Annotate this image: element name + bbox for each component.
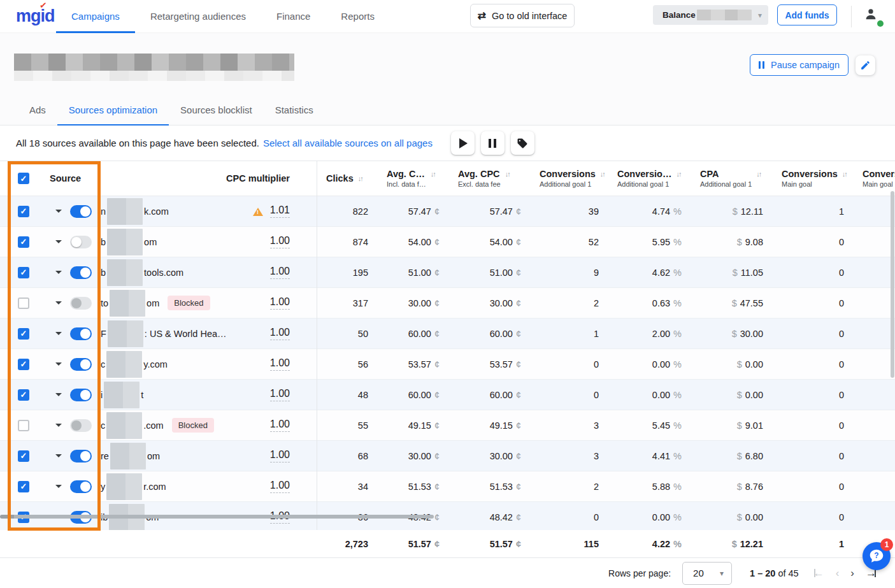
mgid-logo[interactable]: mgi✓d — [16, 6, 55, 26]
cpc-multiplier-cell[interactable]: 1.00 — [253, 257, 317, 288]
row-select-checkbox[interactable]: ✓ — [0, 349, 47, 380]
go-to-old-interface-button[interactable]: ⇄ Go to old interface — [470, 4, 575, 27]
sort-icon[interactable]: ↓↑ — [756, 170, 761, 178]
column-header[interactable]: Avg. C… Incl. data f… ↓↑ — [377, 161, 448, 196]
select-all-checkbox[interactable]: ✓ — [0, 173, 47, 184]
sort-icon[interactable]: ↓↑ — [842, 170, 847, 178]
nav-item-reports[interactable]: Reports — [326, 0, 390, 33]
row-select-checkbox[interactable]: ✓ — [0, 380, 47, 410]
row-expand-caret[interactable] — [47, 471, 70, 502]
column-header[interactable]: Conversions Main goal ↓↑ — [772, 161, 853, 196]
row-expand-caret[interactable] — [47, 257, 70, 288]
sort-icon[interactable]: ↓↑ — [358, 175, 362, 182]
cpc-multiplier-cell[interactable]: 1.00 — [253, 288, 317, 319]
row-expand-caret[interactable] — [47, 196, 70, 227]
source-enable-toggle[interactable] — [70, 441, 99, 471]
column-header[interactable]: Conversio… Additional goal 1 ↓↑ — [608, 161, 691, 196]
select-all-pages-link[interactable]: Select all available sources on all page… — [263, 138, 433, 148]
conversion-rate-cell: 0.00% — [608, 349, 691, 380]
table-row: ✓ F : US & World Hea… Blocked 1.00 50 60… — [0, 319, 895, 349]
conversions-cell: 9 — [530, 257, 608, 288]
cpc-multiplier-cell[interactable]: 1.00 — [253, 471, 317, 502]
cutoff-column-cell — [853, 349, 895, 380]
horizontal-scrollbar[interactable] — [0, 515, 434, 519]
avg-cpc-incl-cell: 60.00¢ — [377, 380, 448, 410]
conversions-cell: 3 — [530, 410, 608, 441]
row-select-checkbox[interactable]: ✓ — [0, 471, 47, 502]
source-enable-toggle[interactable] — [70, 288, 99, 319]
row-select-checkbox[interactable]: ✓ — [0, 288, 47, 319]
edit-campaign-button[interactable] — [856, 55, 875, 75]
sort-icon[interactable]: ↓↑ — [676, 170, 680, 178]
check-icon: ✓ — [20, 238, 27, 246]
bulk-play-button[interactable] — [451, 131, 475, 155]
tab-sources-optimization[interactable]: Sources optimization — [57, 96, 169, 125]
source-enable-toggle[interactable] — [70, 410, 99, 441]
bulk-tag-button[interactable] — [511, 131, 534, 155]
row-select-checkbox[interactable]: ✓ — [0, 441, 47, 471]
row-expand-caret[interactable] — [47, 227, 70, 257]
cpc-multiplier-cell[interactable]: 1.00 — [253, 380, 317, 410]
tab-sources-blocklist[interactable]: Sources blocklist — [169, 96, 264, 125]
first-page-button[interactable]: ← — [814, 568, 824, 578]
source-enable-toggle[interactable] — [70, 471, 99, 502]
play-icon — [459, 138, 468, 148]
rows-per-page-select[interactable]: 20 ▾ — [682, 562, 732, 585]
cpc-multiplier-cell[interactable]: 1.00 — [253, 441, 317, 471]
row-expand-caret[interactable] — [47, 288, 70, 319]
tab-ads[interactable]: Ads — [18, 96, 57, 125]
cpc-multiplier-cell[interactable]: 1.01 — [253, 196, 317, 227]
column-header[interactable]: Clicks ↓↑ — [317, 161, 377, 196]
user-account-icon[interactable] — [864, 7, 878, 21]
support-chat-button[interactable]: ? 1 — [863, 542, 891, 570]
row-expand-caret[interactable] — [47, 410, 70, 441]
row-expand-caret[interactable] — [47, 380, 70, 410]
nav-item-finance[interactable]: Finance — [261, 0, 326, 33]
table-body: ✓ n k.com Blocked 1.01 822 57.47¢ 57.47¢… — [0, 196, 895, 530]
avg-cpc-incl-cell: 51.53¢ — [377, 471, 448, 502]
caret-down-icon — [55, 393, 62, 396]
avg-cpc-excl-cell: 30.00¢ — [448, 288, 530, 319]
cpc-multiplier-cell[interactable]: 1.00 — [253, 227, 317, 257]
nav-item-retargeting-audiences[interactable]: Retargeting audiences — [135, 0, 261, 33]
fixed-column-divider — [317, 161, 317, 558]
cpc-multiplier-cell[interactable]: 1.00 — [253, 319, 317, 349]
add-funds-button[interactable]: Add funds — [777, 4, 837, 25]
row-select-checkbox[interactable]: ✓ — [0, 410, 47, 441]
row-select-checkbox[interactable]: ✓ — [0, 227, 47, 257]
pause-campaign-button[interactable]: Pause campaign — [750, 54, 848, 76]
cpa-cell: $0.00 — [691, 380, 772, 410]
nav-item-campaigns[interactable]: Campaigns — [56, 0, 135, 33]
swap-arrows-icon: ⇄ — [478, 10, 486, 22]
cpa-cell: $12.11 — [691, 196, 772, 227]
sort-icon[interactable]: ↓↑ — [431, 170, 435, 178]
previous-page-button[interactable]: ‹ — [836, 568, 840, 578]
row-expand-caret[interactable] — [47, 441, 70, 471]
sort-icon[interactable]: ↓↑ — [600, 170, 605, 178]
tab-statistics[interactable]: Statistics — [264, 96, 325, 125]
row-expand-caret[interactable] — [47, 319, 70, 349]
cpc-multiplier-cell[interactable]: 1.00 — [253, 410, 317, 441]
vertical-scrollbar[interactable] — [891, 191, 894, 378]
source-enable-toggle[interactable] — [70, 227, 99, 257]
source-enable-toggle[interactable] — [70, 257, 99, 288]
row-select-checkbox[interactable]: ✓ — [0, 319, 47, 349]
balance-dropdown[interactable]: Balance ▾ — [653, 5, 768, 25]
source-enable-toggle[interactable] — [70, 349, 99, 380]
sort-icon[interactable]: ↓↑ — [505, 170, 510, 178]
next-page-button[interactable]: › — [850, 568, 854, 578]
row-select-checkbox[interactable]: ✓ — [0, 257, 47, 288]
source-enable-toggle[interactable] — [70, 196, 99, 227]
column-header[interactable]: Convers Main goal ↓↑ — [853, 161, 895, 196]
source-enable-toggle[interactable] — [70, 319, 99, 349]
campaign-title-redacted — [14, 54, 294, 71]
cpc-multiplier-cell[interactable]: 1.00 — [253, 349, 317, 380]
row-expand-caret[interactable] — [47, 349, 70, 380]
source-enable-toggle[interactable] — [70, 380, 99, 410]
column-header[interactable]: CPA Additional goal 1 ↓↑ — [691, 161, 772, 196]
totals-conversions-main: 1 — [772, 529, 853, 559]
row-select-checkbox[interactable]: ✓ — [0, 196, 47, 227]
column-header[interactable]: Avg. CPC Excl. data fee ↓↑ — [448, 161, 530, 196]
bulk-pause-button[interactable] — [481, 131, 505, 155]
column-header[interactable]: Conversions Additional goal 1 ↓↑ — [530, 161, 608, 196]
